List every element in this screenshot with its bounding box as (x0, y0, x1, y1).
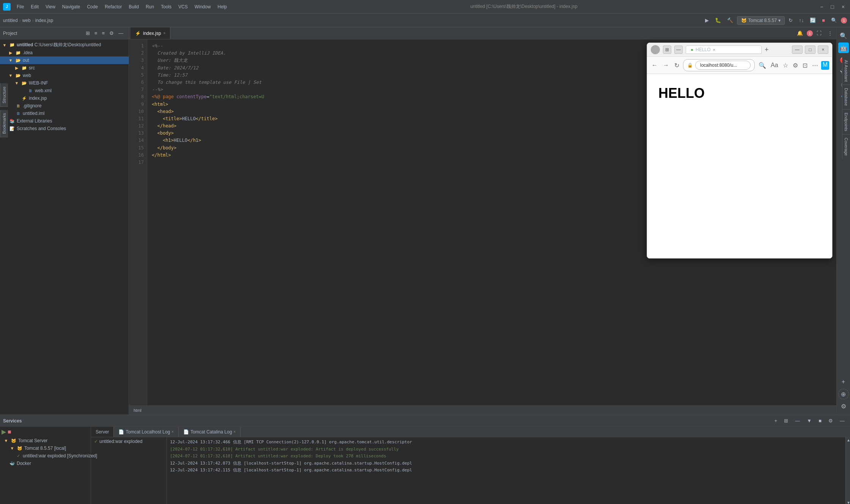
tomcat-selector[interactable]: 🐱 Tomcat 8.5.57 ▾ (737, 16, 785, 25)
log-tab-catalina[interactable]: 📄 Tomcat Catalina Log × (179, 427, 241, 437)
browser-settings-icon2[interactable]: ⚙ (791, 61, 800, 70)
tree-item-scratches[interactable]: ▶ 📝 Scratches and Consoles (0, 125, 129, 132)
menu-window[interactable]: Window (192, 3, 214, 10)
project-expand-btn[interactable]: ≡ (92, 29, 100, 38)
browser-forward-btn[interactable]: → (661, 61, 671, 69)
refresh-button[interactable]: ↻ (786, 16, 795, 25)
project-collapse-btn[interactable]: ≡ (99, 29, 107, 38)
menu-file[interactable]: File (14, 3, 27, 10)
log-tab-server[interactable]: Server (91, 427, 114, 437)
coverage-tab[interactable]: Coverage (842, 135, 850, 159)
services-group-btn[interactable]: ⊞ (782, 416, 790, 425)
stop-button[interactable]: ■ (820, 16, 827, 25)
log-tab-localhost-close[interactable]: × (172, 430, 174, 434)
services-tree-deployment[interactable]: ✓ untitled:war exploded [Synchronized] (2, 452, 89, 460)
breadcrumb-file[interactable]: index.jsp (35, 18, 53, 23)
browser-minimize-btn[interactable]: — (674, 46, 683, 54)
tree-item-webinf[interactable]: ▼ 📂 WEB-INF (0, 79, 129, 87)
browser-search-icon[interactable]: 🔍 (757, 61, 768, 70)
tree-item-indexjsp[interactable]: ⚡ index.jsp (0, 94, 129, 102)
browser-refresh-btn[interactable]: ↻ (673, 61, 681, 70)
run-button[interactable]: ▶ (703, 16, 711, 25)
log-scroll-up[interactable]: ▲ (846, 437, 850, 443)
browser-win-maximize[interactable]: □ (805, 46, 815, 54)
tab-close-indexjsp[interactable]: × (163, 31, 165, 35)
sidebar-settings-icon[interactable]: ⚙ (838, 401, 849, 411)
services-expand-btn[interactable]: ▼ (804, 416, 814, 425)
reload-button[interactable]: 🔄 (808, 16, 818, 25)
services-close-btn[interactable]: — (837, 416, 847, 425)
notification-badge[interactable]: 1 (841, 17, 847, 24)
menu-help[interactable]: Help (214, 3, 230, 10)
tab-indexjsp[interactable]: ⚡ index.jsp × (131, 27, 170, 39)
services-collapse-btn[interactable]: — (793, 416, 802, 425)
log-scroll-down[interactable]: ▼ (846, 500, 850, 504)
server-deployment-item[interactable]: ✓ untitled:war exploded (94, 439, 164, 444)
ai-assistant-tab[interactable]: AI Assistant (842, 57, 850, 85)
tree-item-extlibs[interactable]: ▶ 📚 External Libraries (0, 117, 129, 125)
browser-settings-btn[interactable]: ⊞ (663, 46, 671, 54)
debug-button[interactable]: 🐛 (713, 16, 723, 25)
menu-build[interactable]: Build (126, 3, 142, 10)
services-stop-btn2[interactable]: ■ (8, 429, 11, 435)
tree-item-out[interactable]: ▼ 📂 out (0, 57, 129, 64)
editor-expand-btn[interactable]: ⛶ (814, 29, 824, 38)
services-tree-docker[interactable]: 🐳 Docker (2, 460, 89, 467)
services-tree-tomcat-server[interactable]: ▼ 🐱 Tomcat Server (2, 437, 89, 444)
services-run-btn[interactable]: ▶ (2, 428, 6, 435)
tree-item-webxml[interactable]: 🗎 web.xml (0, 87, 129, 94)
services-stop-btn[interactable]: ■ (816, 416, 824, 425)
menu-code[interactable]: Code (84, 3, 101, 10)
structure-tab[interactable]: Structure (0, 83, 8, 107)
tree-item-idea[interactable]: ▶ 📁 .idea (0, 49, 129, 57)
browser-tab-close[interactable]: × (713, 47, 715, 52)
browser-back-btn[interactable]: ← (650, 61, 659, 69)
browser-win-minimize[interactable]: — (792, 46, 803, 54)
sidebar-ai-icon[interactable]: 🤖 (838, 42, 849, 53)
browser-url[interactable]: localhost:8080/u... (695, 61, 751, 70)
endpoints-tab[interactable]: Endpoints (842, 110, 850, 135)
log-tab-localhost[interactable]: 📄 Tomcat Localhost Log × (114, 427, 179, 437)
search-button[interactable]: 🔍 (829, 16, 839, 25)
project-close-btn[interactable]: — (116, 29, 126, 38)
tree-item-untitled[interactable]: ▼ 📁 untitled C:\Users\魏帅龙\Desktop\untitl… (0, 41, 129, 49)
tree-item-web[interactable]: ▼ 📂 web (0, 72, 129, 79)
maximize-button[interactable]: □ (828, 3, 836, 11)
log-tab-catalina-close[interactable]: × (233, 430, 236, 434)
editor-more-btn[interactable]: ⋮ (825, 29, 835, 38)
sidebar-config-icon[interactable]: ⊕ (838, 389, 849, 399)
tree-item-gitignore[interactable]: 🗎 .gitignore (0, 102, 129, 110)
sidebar-add-icon[interactable]: + (838, 377, 849, 387)
notifications-btn[interactable]: 🔔 (795, 29, 805, 38)
menu-run[interactable]: Run (143, 3, 157, 10)
bookmarks-tab[interactable]: Bookmarks (0, 110, 8, 137)
browser-more-icon[interactable]: ⋯ (811, 61, 820, 70)
browser-win-close[interactable]: × (818, 46, 828, 54)
build-button[interactable]: 🔨 (725, 16, 735, 25)
browser-new-tab-btn[interactable]: + (765, 46, 769, 54)
services-settings-btn[interactable]: ⚙ (826, 416, 835, 425)
menu-navigate[interactable]: Navigate (59, 3, 83, 10)
menu-refactor[interactable]: Refactor (102, 3, 125, 10)
sidebar-search-icon[interactable]: 🔍 (838, 30, 849, 41)
browser-copilot-icon[interactable]: M (821, 61, 829, 70)
browser-read-icon[interactable]: Aa (769, 61, 780, 70)
services-add-btn[interactable]: + (772, 416, 780, 425)
project-layout-btn[interactable]: ⊞ (83, 29, 92, 38)
close-button[interactable]: × (839, 3, 847, 11)
update-button[interactable]: ↑↓ (796, 16, 806, 25)
browser-split-icon[interactable]: ⊡ (801, 61, 809, 70)
minimize-button[interactable]: − (818, 3, 825, 11)
breadcrumb-web[interactable]: web (22, 18, 31, 23)
menu-edit[interactable]: Edit (28, 3, 42, 10)
tree-item-src[interactable]: ▶ 📁 src (0, 64, 129, 72)
breadcrumb-root[interactable]: untitled (3, 18, 18, 23)
browser-tab[interactable]: ● HELLO × (686, 46, 762, 54)
menu-tools[interactable]: Tools (158, 3, 175, 10)
database-tab[interactable]: Database (842, 85, 850, 109)
browser-star-icon[interactable]: ☆ (781, 61, 790, 70)
tree-item-iml[interactable]: 🗎 untitled.iml (0, 110, 129, 117)
menu-view[interactable]: View (42, 3, 58, 10)
menu-vcs[interactable]: VCS (175, 3, 191, 10)
project-settings-btn[interactable]: ⚙ (107, 29, 116, 38)
